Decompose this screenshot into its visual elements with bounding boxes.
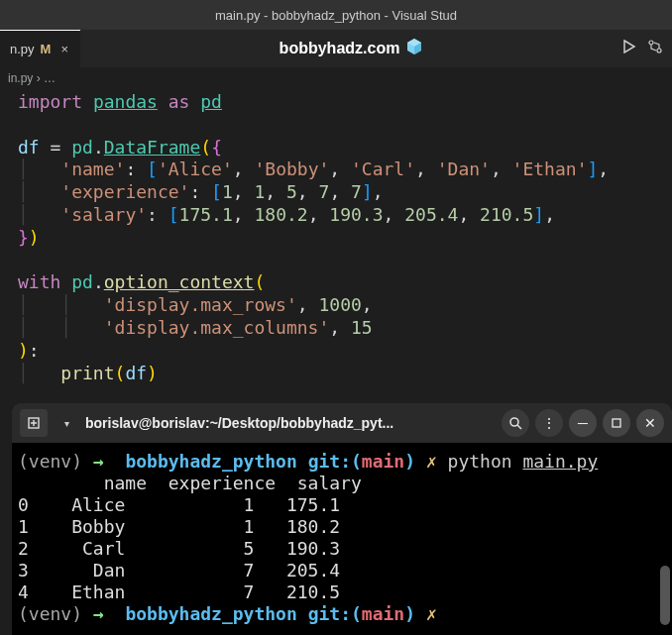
dropdown-icon[interactable]: ▾ xyxy=(56,409,77,437)
terminal-output[interactable]: (venv) → bobbyhadz_python git:(main) ✗ p… xyxy=(12,443,672,635)
svg-point-1 xyxy=(657,49,661,53)
menu-icon[interactable]: ⋮ xyxy=(535,409,563,437)
run-icon[interactable] xyxy=(622,40,636,57)
table-row: 2 Carl 5 190.3 xyxy=(18,538,340,559)
breadcrumb[interactable]: in.py › … xyxy=(0,67,672,89)
scrollbar[interactable] xyxy=(660,566,670,625)
table-header: name experience salary xyxy=(18,473,362,493)
tab-main-py[interactable]: n.py M × xyxy=(0,30,80,67)
search-icon[interactable] xyxy=(502,409,529,437)
window-title: main.py - bobbyhadz_python - Visual Stud xyxy=(215,8,457,23)
close-icon[interactable]: × xyxy=(56,42,72,56)
svg-point-0 xyxy=(649,41,653,45)
table-row: 1 Bobby 1 180.2 xyxy=(18,516,340,537)
table-row: 0 Alice 1 175.1 xyxy=(18,494,340,515)
code-editor[interactable]: import pandas as pd df = pd.DataFrame({ … xyxy=(0,89,672,384)
terminal-header: ▾ borislav@borislav:~/Desktop/bobbyhadz_… xyxy=(12,403,672,443)
svg-rect-4 xyxy=(613,419,620,427)
breadcrumb-file: in.py xyxy=(8,71,33,85)
window-title-bar: main.py - bobbyhadz_python - Visual Stud xyxy=(0,0,672,30)
tab-bar: n.py M × bobbyhadz.com xyxy=(0,30,672,67)
svg-point-3 xyxy=(510,418,518,426)
site-label: bobbyhadz.com xyxy=(280,38,424,59)
terminal-panel: ▾ borislav@borislav:~/Desktop/bobbyhadz_… xyxy=(12,403,672,635)
terminal-title: borislav@borislav:~/Desktop/bobbyhadz_py… xyxy=(85,415,494,431)
table-row: 3 Dan 7 205.4 xyxy=(18,560,340,581)
maximize-icon[interactable] xyxy=(603,409,630,437)
table-row: 4 Ethan 7 210.5 xyxy=(18,582,340,602)
close-terminal-icon[interactable]: ✕ xyxy=(636,409,664,437)
tab-label: n.py xyxy=(10,42,35,56)
new-tab-icon[interactable] xyxy=(20,409,48,437)
minimize-icon[interactable]: ─ xyxy=(569,409,597,437)
tabs: n.py M × xyxy=(0,30,80,67)
tab-modified-indicator: M xyxy=(41,42,52,56)
git-compare-icon[interactable] xyxy=(648,40,662,57)
editor-toolbar-right xyxy=(622,40,672,57)
cube-icon xyxy=(405,38,423,59)
